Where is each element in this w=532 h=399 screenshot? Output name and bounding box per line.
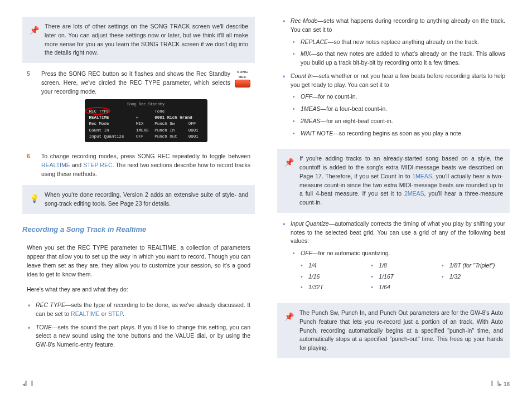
lcd-cell: Tone — [153, 109, 187, 115]
text: —sets the sound the part plays. If you'd… — [36, 324, 250, 348]
lcd-cell: OFF — [135, 134, 153, 140]
heading-realtime: Recording a Song Track in Realtime — [22, 224, 255, 235]
nav-next[interactable]: ▸ 18 — [491, 380, 510, 388]
step-text: Press the SONG REC button so it flashes … — [41, 70, 230, 95]
sub-list: OFF—for no automatic quantizing. — [291, 249, 505, 258]
nav-prev-icon[interactable]: ◂ — [22, 380, 33, 388]
term: Count In — [291, 72, 313, 79]
bullet-tone: TONE—sets the sound the part plays. If y… — [36, 323, 250, 349]
link-step[interactable]: STEP — [108, 310, 123, 317]
quant-val: 1/16 — [301, 273, 364, 281]
pin-icon: 📌 — [29, 22, 39, 36]
term: MIX — [301, 50, 311, 57]
text: —so recording begins as soon as you play… — [333, 130, 463, 137]
quant-val: 1/64 — [371, 283, 434, 292]
sub-off: OFF—for no count-in. — [301, 93, 505, 101]
paragraph: When you set the REC TYPE parameter to R… — [22, 244, 255, 279]
step-number: 6 — [27, 152, 35, 178]
step-5: 5 SONGREC Press the SONG REC button so i… — [22, 70, 255, 145]
term: OFF — [301, 250, 312, 256]
bullet-recmode: Rec Mode—sets what happens during record… — [291, 17, 505, 67]
paragraph: Here's what they are and what they do: — [22, 285, 255, 294]
lcd-cell: 0001 — [187, 134, 204, 140]
pin-icon: 📌 — [284, 309, 294, 323]
sub-mix: MIX—so that new notes are added to what'… — [301, 50, 505, 67]
step-body: SONGREC Press the SONG REC button so it … — [41, 70, 250, 145]
page-footer: ◂ ▸ 18 — [22, 380, 510, 388]
callout-text: The Punch Sw, Punch In, and Punch Out pa… — [299, 309, 503, 353]
term: REC TYPE — [36, 301, 65, 308]
callout-tip: 💡 When you're done recording, Version 2 … — [22, 185, 255, 214]
song-rec-button-icon — [235, 80, 250, 87]
callout-text: There are lots of other settings on the … — [45, 22, 248, 57]
right-column: Rec Mode—sets what happens during record… — [277, 17, 510, 373]
badge-label: SONGREC — [235, 70, 250, 80]
sub-list: REPLACE—so that new notes replace anythi… — [291, 38, 505, 67]
link-realtime[interactable]: REALTIME — [41, 162, 70, 168]
callout-note-2: 📌 If you're adding tracks to an already-… — [277, 149, 510, 213]
lcd-cell: Punch Out — [153, 134, 187, 140]
link-realtime[interactable]: REALTIME — [71, 310, 100, 317]
text: —for no automatic quantizing. — [312, 250, 390, 256]
link-2meas[interactable]: 2MEAS — [404, 190, 424, 197]
callout-note-1: 📌 There are lots of other settings on th… — [22, 17, 255, 63]
bullet-rectype: REC TYPE—sets the type of recording to b… — [36, 301, 250, 319]
param-list-right-2: Input Quantize—automatically corrects th… — [277, 220, 510, 296]
sub-1meas: 1MEAS—for a four-beat count-in. — [301, 105, 505, 114]
sub-waitnote: WAIT NOTE—so recording begins as soon as… — [301, 129, 505, 138]
pin-icon: 📌 — [284, 154, 294, 168]
sub-off-quant: OFF—for no automatic quantizing. — [301, 249, 505, 258]
left-column: 📌 There are lots of other settings on th… — [22, 17, 255, 373]
quant-val: 1/32T — [301, 283, 364, 292]
text: —so that new notes are added to what's a… — [301, 50, 505, 66]
text: —for a four-beat count-in. — [321, 105, 388, 112]
quant-val: 1/8 — [371, 261, 434, 270]
lcd-title: Song Rec Standby — [88, 101, 204, 108]
song-rec-badge: SONGREC — [235, 70, 250, 87]
red-circle-highlight — [85, 107, 110, 115]
text: . — [123, 310, 124, 317]
lcd-cell: Input Quantize — [88, 134, 135, 140]
text: —for an eight-beat count-in. — [321, 118, 393, 124]
lightbulb-icon: 💡 — [29, 191, 39, 205]
lcd-cell: REALTIME — [89, 115, 109, 120]
step-6: 6 To change recording modes, press SONG … — [22, 152, 255, 178]
step-number: 5 — [27, 70, 35, 145]
lcd-cell: 0001 Rich Grand — [154, 115, 192, 120]
text: —for no count-in. — [312, 93, 357, 100]
bullet-quantize: Input Quantize—automatically corrects th… — [291, 220, 505, 292]
term: Rec Mode — [291, 17, 318, 24]
text: —sets whether or not you hear a few beat… — [291, 72, 505, 88]
lcd-cell: Rec Mode — [88, 121, 135, 127]
page-number: 18 — [504, 381, 510, 387]
term: TONE — [36, 324, 52, 330]
lcd-cell: OFF — [187, 121, 204, 127]
sub-2meas: 2MEAS—for an eight-beat count-in. — [301, 117, 505, 126]
lcd-cell: 0001 — [187, 128, 204, 134]
lcd-screenshot: Song Rec Standby REC TYPETone REALTIME▸0… — [85, 99, 207, 142]
text: or — [100, 310, 108, 317]
quantize-grid: 1/4 1/8 1/8T (for "Triplet") 1/16 1/16T … — [291, 261, 505, 292]
term: 2MEAS — [301, 118, 321, 124]
quant-val: 1/8T (for "Triplet") — [442, 261, 505, 270]
text: and — [70, 162, 83, 168]
term: 1MEAS — [301, 105, 321, 112]
callout-note-3: 📌 The Punch Sw, Punch In, and Punch Out … — [277, 303, 510, 358]
term: Input Quantize — [291, 220, 329, 227]
lcd-cell: MIX — [135, 121, 153, 127]
link-step-rec[interactable]: STEP REC — [83, 162, 112, 168]
link-1meas[interactable]: 1MEAS — [412, 173, 432, 179]
text: —so that new notes replace anything alre… — [328, 38, 479, 45]
callout-text: When you're done recording, Version 2 ad… — [45, 191, 248, 208]
term: REPLACE — [301, 38, 328, 45]
term: OFF — [301, 93, 312, 100]
page-columns: 📌 There are lots of other settings on th… — [22, 17, 510, 373]
step-body: To change recording modes, press SONG RE… — [41, 152, 250, 178]
term: WAIT NOTE — [301, 130, 333, 137]
sub-replace: REPLACE—so that new notes replace anythi… — [301, 38, 505, 47]
lcd-cell: Count In — [88, 128, 135, 134]
text: —sets what happens during recording to a… — [291, 17, 505, 33]
text: —sets the type of recording to be done, … — [36, 301, 250, 317]
sub-list: OFF—for no count-in. 1MEAS—for a four-be… — [291, 93, 505, 138]
quant-val: 1/32 — [442, 273, 505, 281]
